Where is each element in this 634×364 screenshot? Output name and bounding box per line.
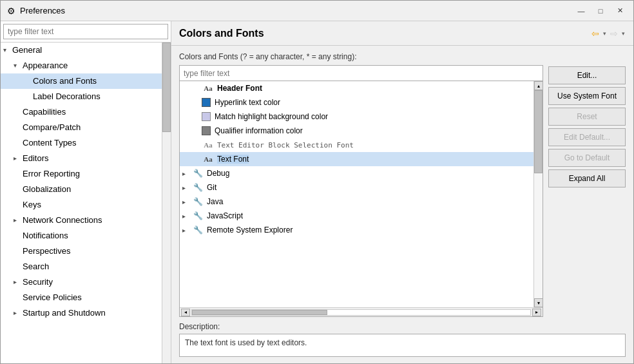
font-item-debug[interactable]: 🔧 Debug xyxy=(180,166,533,180)
plugin-icon-js: 🔧 xyxy=(191,211,204,221)
nav-forward-button[interactable]: ⇨ xyxy=(608,27,620,40)
fonts-tree-section: Aa Header Font Hyperlink text color xyxy=(179,65,543,317)
sidebar-item-label-decorations[interactable]: Label Decorations xyxy=(1,89,171,104)
expand-git-icon xyxy=(182,184,191,191)
expand-network-icon xyxy=(14,214,23,227)
font-label-hyperlink: Hyperlink text color xyxy=(215,98,280,107)
description-section: Description: The text font is used by te… xyxy=(179,322,626,357)
go-to-default-button[interactable]: Go to Default xyxy=(548,149,626,167)
sidebar-item-editors[interactable]: Editors xyxy=(1,151,171,166)
sidebar-label-notifications: Notifications xyxy=(23,229,68,242)
hscroll-track xyxy=(191,309,531,316)
plugin-icon-java: 🔧 xyxy=(191,196,204,207)
filter-description: Colors and Fonts (? = any character, * =… xyxy=(179,52,626,61)
expand-general-icon xyxy=(3,44,12,57)
reset-button[interactable]: Reset xyxy=(548,108,626,126)
panel-body: Colors and Fonts (? = any character, * =… xyxy=(171,46,633,363)
fonts-tree-vscroll[interactable]: ▴ ▾ xyxy=(533,81,543,307)
hscroll-thumb[interactable] xyxy=(192,310,327,315)
sidebar-item-colors-and-fonts[interactable]: Colors and Fonts xyxy=(1,73,171,89)
vscroll-thumb[interactable] xyxy=(534,90,543,173)
window-title: Preferences xyxy=(20,6,573,15)
sidebar-label-service-policies: Service Policies xyxy=(23,291,82,304)
sidebar-label-startup: Startup and Shutdown xyxy=(23,307,106,320)
sidebar-item-notifications[interactable]: Notifications xyxy=(1,228,171,244)
nav-back-dropdown[interactable]: ▾ xyxy=(602,29,607,38)
sidebar-label-capabilities: Capabilities xyxy=(23,106,66,119)
maximize-button[interactable]: □ xyxy=(592,4,609,18)
description-label: Description: xyxy=(179,322,626,331)
font-item-match-highlight[interactable]: Match highlight background color xyxy=(180,110,533,124)
fonts-tree: Aa Header Font Hyperlink text color xyxy=(180,81,533,307)
vscroll-down-button[interactable]: ▾ xyxy=(534,298,543,307)
font-item-git[interactable]: 🔧 Git xyxy=(180,180,533,195)
hscroll-right-button[interactable]: ▸ xyxy=(532,309,541,316)
sidebar-item-compare-patch[interactable]: Compare/Patch xyxy=(1,120,171,135)
plugin-icon-debug: 🔧 xyxy=(191,168,204,178)
font-label-java: Java xyxy=(207,197,223,206)
panel-header: Colors and Fonts ⇦ ▾ ⇨ ▾ xyxy=(171,21,633,46)
color-swatch-hyperlink xyxy=(202,98,211,107)
sidebar-item-search[interactable]: Search xyxy=(1,259,171,274)
expand-debug-icon xyxy=(182,170,191,177)
expand-remote-icon xyxy=(182,227,191,234)
sidebar-label-compare-patch: Compare/Patch xyxy=(23,121,81,134)
minimize-button[interactable]: — xyxy=(573,4,590,18)
font-item-remote-system[interactable]: 🔧 Remote System Explorer xyxy=(180,223,533,237)
window-icon: ⚙ xyxy=(6,6,16,16)
font-label-text-font: Text Font xyxy=(217,155,249,164)
edit-default-button[interactable]: Edit Default... xyxy=(548,128,626,146)
titlebar-controls: — □ ✕ xyxy=(573,4,628,18)
sidebar-item-error-reporting[interactable]: Error Reporting xyxy=(1,166,171,182)
font-item-header-font[interactable]: Aa Header Font xyxy=(180,81,533,95)
font-item-hyperlink-color[interactable]: Hyperlink text color xyxy=(180,95,533,110)
sidebar-label-appearance: Appearance xyxy=(23,59,68,72)
use-system-font-button[interactable]: Use System Font xyxy=(548,87,626,105)
font-item-javascript[interactable]: 🔧 JavaScript xyxy=(180,209,533,223)
expand-all-button[interactable]: Expand All xyxy=(548,169,626,187)
expand-startup-icon xyxy=(14,307,23,320)
fonts-tree-wrapper: Aa Header Font Hyperlink text color xyxy=(180,81,543,307)
font-label-match-highlight: Match highlight background color xyxy=(215,112,328,121)
expand-security-icon xyxy=(14,276,23,289)
expand-js-icon xyxy=(182,213,191,220)
fonts-filter-input[interactable] xyxy=(180,66,543,81)
aa-icon-text-block: Aa xyxy=(202,140,215,150)
sidebar-tree: General Appearance Colors and Fonts Labe… xyxy=(1,43,171,363)
sidebar-scrollbar[interactable] xyxy=(162,43,171,363)
sidebar-item-keys[interactable]: Keys xyxy=(1,197,171,213)
nav-back-button[interactable]: ⇦ xyxy=(590,27,601,40)
sidebar-scroll-thumb[interactable] xyxy=(162,43,171,132)
sidebar-item-globalization[interactable]: Globalization xyxy=(1,182,171,197)
close-button[interactable]: ✕ xyxy=(611,4,628,18)
color-swatch-match xyxy=(202,112,211,121)
sidebar-item-general[interactable]: General xyxy=(1,43,171,58)
sidebar-item-content-types[interactable]: Content Types xyxy=(1,135,171,151)
action-buttons: Edit... Use System Font Reset Edit Defau… xyxy=(548,65,626,317)
sidebar-search-input[interactable] xyxy=(3,24,168,39)
sidebar-label-search: Search xyxy=(23,260,49,273)
sidebar-label-label-decorations: Label Decorations xyxy=(33,90,101,103)
sidebar-item-network-connections[interactable]: Network Connections xyxy=(1,213,171,228)
font-label-header-font: Header Font xyxy=(217,84,262,93)
fonts-tree-hscroll: ◂ ▸ xyxy=(180,307,543,316)
sidebar-item-security[interactable]: Security xyxy=(1,274,171,290)
sidebar-item-appearance[interactable]: Appearance xyxy=(1,58,171,73)
vscroll-up-button[interactable]: ▴ xyxy=(534,81,543,90)
sidebar-label-error-reporting: Error Reporting xyxy=(23,168,80,180)
nav-fwd-dropdown[interactable]: ▾ xyxy=(621,29,626,38)
font-label-git: Git xyxy=(207,183,216,192)
font-item-java[interactable]: 🔧 Java xyxy=(180,195,533,209)
main-content: General Appearance Colors and Fonts Labe… xyxy=(1,21,633,363)
hscroll-left-button[interactable]: ◂ xyxy=(181,309,190,316)
sidebar-item-perspectives[interactable]: Perspectives xyxy=(1,244,171,259)
sidebar-item-startup[interactable]: Startup and Shutdown xyxy=(1,305,171,321)
font-item-text-font[interactable]: Aa Text Font xyxy=(180,152,533,166)
sidebar: General Appearance Colors and Fonts Labe… xyxy=(1,21,171,363)
edit-button[interactable]: Edit... xyxy=(548,66,626,84)
sidebar-item-service-policies[interactable]: Service Policies xyxy=(1,290,171,305)
sidebar-item-capabilities[interactable]: Capabilities xyxy=(1,104,171,120)
font-label-javascript: JavaScript xyxy=(207,211,243,220)
font-item-qualifier-info[interactable]: Qualifier information color xyxy=(180,124,533,138)
font-item-text-editor-block[interactable]: Aa Text Editor Block Selection Font xyxy=(180,138,533,152)
